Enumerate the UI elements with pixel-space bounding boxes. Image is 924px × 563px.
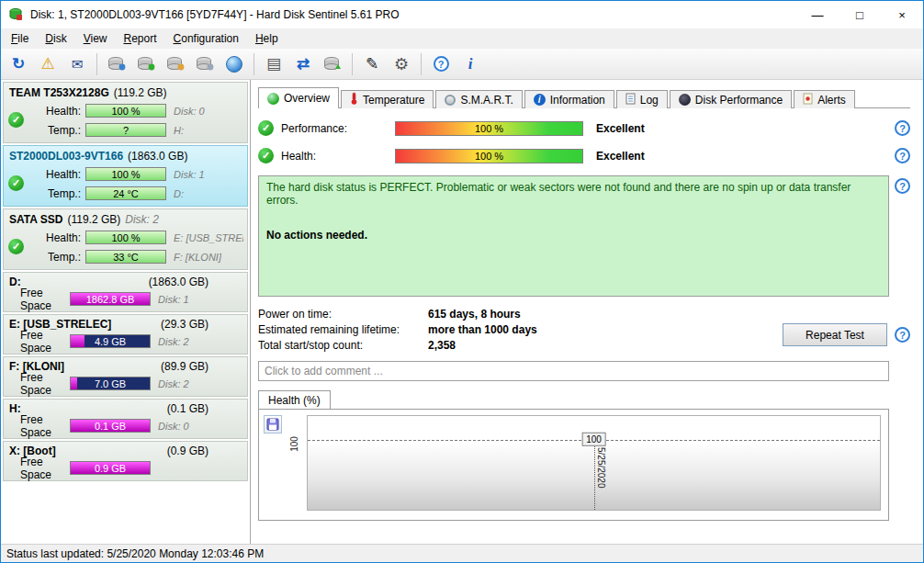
health-ok-icon: ✓ [258, 148, 274, 163]
status-textbox: The hard disk status is PERFECT. Problem… [258, 175, 889, 297]
partition-size: (0.9 GB) [167, 445, 208, 457]
free-space-row: Free Space 0.9 GB [7, 458, 243, 478]
health-row: Health: 100 % Disk: 1 [28, 164, 243, 184]
menu-file[interactable]: File [3, 29, 37, 48]
temp-label: Temp.: [28, 251, 81, 264]
gauge-icon [445, 95, 456, 106]
disk-name: SATA SSD [9, 213, 62, 226]
sidebar-disk-1-selected[interactable]: ST2000DL003-9VT166 (1863.0 GB) ✓ Health:… [3, 145, 248, 207]
free-space-row: Free Space 0.1 GB Disk: 0 [7, 416, 243, 435]
menu-configuration[interactable]: Configuration [165, 29, 247, 48]
maximize-button[interactable]: □ [839, 1, 881, 28]
temp-label: Temp.: [28, 124, 81, 137]
report-icon[interactable]: ▤ [260, 51, 287, 77]
health-label: Health: [28, 105, 81, 118]
window-title: Disk: 1, ST2000DL003-9VT166 [5YD7F44Y] -… [30, 8, 400, 21]
menu-report[interactable]: Report [116, 29, 165, 48]
health-ok-icon: ✓ [8, 239, 24, 254]
disk-tools-icon[interactable] [132, 51, 160, 77]
partition-size: (0.1 GB) [167, 402, 208, 415]
menu-help[interactable]: Help [247, 29, 287, 48]
repeat-test-area: Repeat Test ? [783, 317, 910, 353]
free-space-bar: 0.9 GB [70, 461, 151, 475]
chart-tab-health[interactable]: Health (%) [258, 390, 331, 410]
free-space-bar: 0.1 GB [70, 419, 151, 433]
health-bar: 100 % [85, 231, 166, 244]
tab-information[interactable]: i Information [524, 90, 614, 108]
sidebar-partition-x[interactable]: X: [Boot] (0.9 GB) Free Space 0.9 GB [3, 441, 248, 481]
menu-disk[interactable]: Disk [37, 29, 74, 48]
disk-search-icon[interactable] [191, 51, 219, 77]
disk-size: (119.2 GB) [67, 213, 120, 226]
minimize-button[interactable]: — [796, 1, 839, 28]
tab-temperature[interactable]: Temperature [341, 90, 434, 108]
partition-size: (29.3 GB) [161, 318, 208, 331]
disk-info-icon[interactable] [103, 51, 130, 77]
close-button[interactable]: × [881, 1, 923, 28]
health-value: 100 % [111, 169, 140, 180]
sidebar-disk-2[interactable]: SATA SSD (119.2 GB) Disk: 2 ✓ Health: 10… [3, 208, 248, 270]
sidebar-partition-f[interactable]: F: [KLONI] (89.9 GB) Free Space 7.0 GB D… [3, 356, 248, 397]
temp-row: Temp.: 24 °C D: [28, 184, 243, 203]
repeat-test-help-icon[interactable]: ? [895, 327, 910, 343]
disk-sidebar: TEAM T253X2128G (119.2 GB) ✓ Health: 100… [1, 80, 251, 544]
chart-plot-area: 100 5/25/2020 [307, 415, 881, 511]
help-icon[interactable]: ? [427, 51, 455, 77]
app-window: Disk: 1, ST2000DL003-9VT166 [5YD7F44Y] -… [0, 0, 924, 563]
tab-log[interactable]: Log [616, 90, 668, 108]
repeat-test-button[interactable]: Repeat Test [783, 323, 887, 346]
save-report-icon[interactable] [319, 51, 346, 77]
refresh-icon[interactable]: ↻ [5, 51, 32, 77]
tab-disk-performance[interactable]: Disk Performance [670, 90, 792, 108]
comment-input[interactable] [258, 361, 889, 381]
report-refresh-icon[interactable]: ⇄ [289, 51, 317, 77]
tab-label: Overview [284, 92, 330, 105]
toolbar-separator [254, 53, 254, 75]
performance-help-icon[interactable]: ? [895, 120, 910, 136]
temp-value: ? [123, 125, 129, 136]
disk-header: TEAM T253X2128G (119.2 GB) [7, 84, 243, 101]
sidebar-disk-0[interactable]: TEAM T253X2128G (119.2 GB) ✓ Health: 100… [3, 82, 248, 143]
performance-rating: Excellent [596, 122, 645, 135]
tab-alerts[interactable]: Alerts [794, 90, 855, 108]
tab-label: Disk Performance [695, 94, 783, 107]
health-label: Health: [28, 231, 81, 244]
titlebar: Disk: 1, ST2000DL003-9VT166 [5YD7F44Y] -… [1, 1, 923, 28]
disk-test-icon[interactable] [162, 51, 189, 77]
sidebar-partition-d[interactable]: D: (1863.0 GB) Free Space 1862.8 GB Disk… [3, 272, 248, 312]
settings-gear-icon[interactable]: ⚙ [388, 51, 415, 77]
status-row: The hard disk status is PERFECT. Problem… [258, 175, 910, 297]
network-icon[interactable] [220, 51, 248, 77]
status-help-icon[interactable]: ? [895, 178, 910, 194]
stat-label: Estimated remaining lifetime: [258, 323, 428, 336]
health-rating: Excellent [596, 150, 645, 163]
sidebar-partition-e[interactable]: E: [USB_STRELEC] (29.3 GB) Free Space 4.… [3, 314, 248, 355]
health-chart: 100 100 5/25/2020 [258, 409, 889, 521]
sidebar-partition-h[interactable]: H: (0.1 GB) Free Space 0.1 GB Disk: 0 [3, 399, 248, 439]
temp-row: Temp.: ? H: [28, 120, 243, 140]
drive-letters: H: [174, 125, 184, 136]
save-chart-button[interactable] [264, 415, 282, 434]
free-space-label: Free Space [7, 456, 66, 481]
health-help-icon[interactable]: ? [895, 148, 910, 163]
free-space-row: Free Space 1862.8 GB Disk: 1 [7, 289, 243, 309]
overview-icon [267, 93, 279, 105]
disk-size: (119.2 GB) [114, 86, 167, 99]
menu-view[interactable]: View [75, 29, 116, 48]
tab-overview[interactable]: Overview [258, 87, 339, 108]
health-row: ✓ Health: 100 % Excellent ? [258, 148, 910, 163]
alert-page-icon [803, 93, 813, 107]
tab-label: Log [640, 94, 659, 107]
warning-icon[interactable]: ⚠ [34, 51, 62, 77]
info-icon[interactable]: i [456, 51, 484, 77]
edit-icon[interactable]: ✎ [358, 51, 386, 77]
health-value: 100 % [111, 232, 140, 243]
health-ok-icon: ✓ [8, 175, 24, 191]
temp-bar: 33 °C [85, 250, 166, 264]
mail-icon[interactable]: ✉ [63, 51, 91, 77]
health-label: Health: [281, 150, 395, 163]
free-space-value: 1862.8 GB [71, 293, 150, 305]
tab-smart[interactable]: S.M.A.R.T. [435, 90, 522, 108]
disk-header: ST2000DL003-9VT166 (1863.0 GB) [7, 148, 243, 164]
free-space-value: 0.9 GB [71, 462, 150, 474]
